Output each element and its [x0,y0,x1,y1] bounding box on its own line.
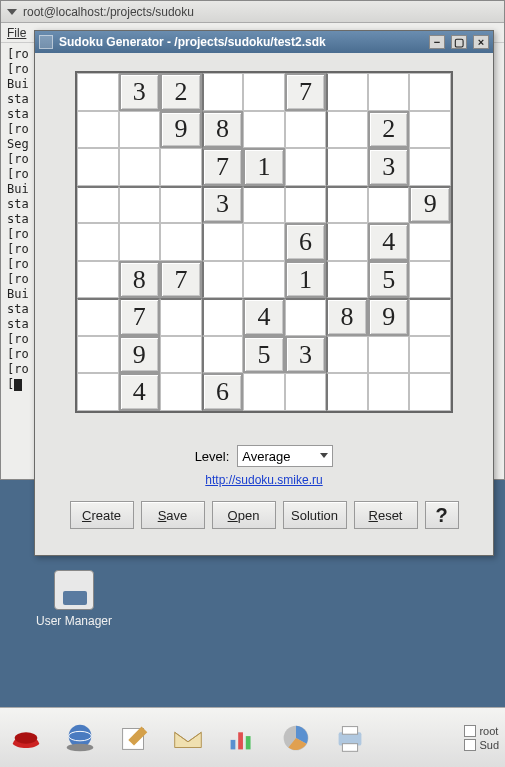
sudoku-cell[interactable]: 1 [285,261,327,299]
sudoku-cell[interactable] [368,336,410,374]
sudoku-cell[interactable] [243,261,285,299]
sudoku-cell[interactable]: 9 [119,336,161,374]
sudoku-cell[interactable]: 5 [243,336,285,374]
sudoku-cell[interactable]: 4 [119,373,161,411]
close-button[interactable]: × [473,35,489,49]
sudoku-cell[interactable] [119,223,161,261]
sudoku-grid[interactable]: 32798271339648715748995346 [75,71,453,413]
sudoku-cell[interactable]: 4 [368,223,410,261]
maximize-button[interactable]: ▢ [451,35,467,49]
sudoku-cell[interactable] [326,186,368,224]
sudoku-cell[interactable] [409,336,451,374]
sudoku-cell[interactable] [409,261,451,299]
sudoku-cell[interactable]: 3 [202,186,244,224]
help-button[interactable]: ? [425,501,459,529]
save-button[interactable]: Save [141,501,205,529]
taskbar-mail-icon[interactable] [168,718,208,758]
terminal-menu-file[interactable]: File [7,26,26,40]
sudoku-cell[interactable] [285,298,327,336]
sudoku-cell[interactable]: 7 [119,298,161,336]
sudoku-cell[interactable] [243,373,285,411]
sudoku-cell[interactable] [119,148,161,186]
sudoku-cell[interactable] [77,223,119,261]
sudoku-cell[interactable]: 6 [202,373,244,411]
sudoku-cell[interactable] [285,148,327,186]
sudoku-cell[interactable]: 8 [119,261,161,299]
sudoku-cell[interactable] [77,336,119,374]
terminal-menu-caret-icon[interactable] [7,9,17,15]
sudoku-cell[interactable] [77,111,119,149]
minimize-button[interactable]: − [429,35,445,49]
sudoku-cell[interactable] [160,336,202,374]
sudoku-cell[interactable] [368,373,410,411]
sudoku-cell[interactable]: 7 [285,73,327,111]
sudoku-cell[interactable] [285,373,327,411]
sudoku-cell[interactable] [77,148,119,186]
sudoku-cell[interactable]: 8 [326,298,368,336]
sudoku-cell[interactable] [202,223,244,261]
sudoku-cell[interactable] [160,186,202,224]
open-button[interactable]: Open [212,501,276,529]
sudoku-cell[interactable]: 9 [409,186,451,224]
sudoku-cell[interactable] [77,298,119,336]
app-titlebar[interactable]: Sudoku Generator - /projects/sudoku/test… [35,31,493,53]
sudoku-cell[interactable] [326,111,368,149]
sudoku-cell[interactable]: 2 [160,73,202,111]
sudoku-cell[interactable] [77,186,119,224]
sudoku-cell[interactable] [243,186,285,224]
solution-button[interactable]: Solution [283,501,347,529]
sudoku-cell[interactable]: 3 [285,336,327,374]
sudoku-cell[interactable]: 9 [368,298,410,336]
sudoku-cell[interactable] [409,298,451,336]
sudoku-cell[interactable]: 2 [368,111,410,149]
sudoku-cell[interactable]: 7 [160,261,202,299]
sudoku-cell[interactable] [202,336,244,374]
sudoku-cell[interactable] [160,223,202,261]
sudoku-cell[interactable] [77,261,119,299]
sudoku-cell[interactable] [77,373,119,411]
taskbar-notepad-icon[interactable] [114,718,154,758]
sudoku-cell[interactable] [326,148,368,186]
sudoku-cell[interactable] [409,373,451,411]
taskbar-globe-icon[interactable] [60,718,100,758]
sudoku-cell[interactable]: 9 [160,111,202,149]
create-button[interactable]: Create [70,501,134,529]
sudoku-cell[interactable] [326,373,368,411]
sudoku-cell[interactable]: 4 [243,298,285,336]
sudoku-cell[interactable] [160,298,202,336]
sudoku-cell[interactable] [285,111,327,149]
sudoku-cell[interactable]: 3 [119,73,161,111]
sudoku-cell[interactable] [202,261,244,299]
sudoku-cell[interactable]: 5 [368,261,410,299]
reset-button[interactable]: Reset [354,501,418,529]
terminal-titlebar[interactable]: root@localhost:/projects/sudoku [1,1,504,23]
sudoku-cell[interactable]: 8 [202,111,244,149]
sudoku-cell[interactable]: 7 [202,148,244,186]
taskbar-redhat-icon[interactable] [6,718,46,758]
taskbar-printer-icon[interactable] [330,718,370,758]
tray-item-root[interactable]: root [464,725,499,737]
sudoku-cell[interactable] [368,186,410,224]
sudoku-cell[interactable] [409,223,451,261]
sudoku-cell[interactable] [243,111,285,149]
taskbar-chart-icon[interactable] [222,718,262,758]
taskbar-pie-icon[interactable] [276,718,316,758]
sudoku-cell[interactable] [202,298,244,336]
sudoku-cell[interactable] [368,73,410,111]
sudoku-cell[interactable]: 3 [368,148,410,186]
sudoku-cell[interactable]: 1 [243,148,285,186]
sudoku-cell[interactable] [77,73,119,111]
sudoku-cell[interactable]: 6 [285,223,327,261]
sudoku-cell[interactable] [409,148,451,186]
sudoku-cell[interactable] [326,73,368,111]
project-link[interactable]: http://sudoku.smike.ru [205,473,322,487]
sudoku-cell[interactable] [202,73,244,111]
sudoku-cell[interactable] [119,186,161,224]
sudoku-cell[interactable] [160,148,202,186]
tray-item-sudoku[interactable]: Sud [464,739,499,751]
sudoku-cell[interactable] [119,111,161,149]
sudoku-cell[interactable] [243,223,285,261]
desktop-icon-user-manager[interactable]: User Manager [34,570,114,628]
sudoku-cell[interactable] [326,223,368,261]
sudoku-cell[interactable] [160,373,202,411]
